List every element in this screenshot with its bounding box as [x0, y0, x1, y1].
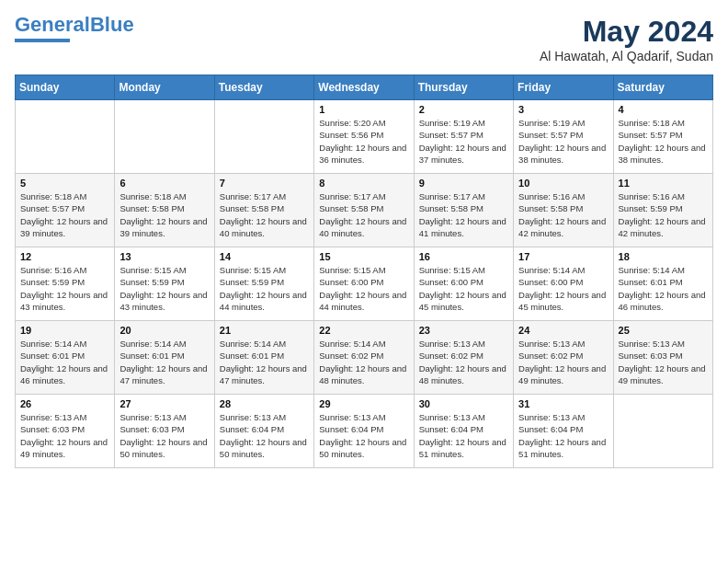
calendar-week-row: 1Sunrise: 5:20 AMSunset: 5:56 PMDaylight… — [16, 100, 713, 174]
weekday-header-friday: Friday — [514, 75, 613, 100]
day-number: 7 — [220, 178, 309, 189]
day-info: Sunrise: 5:14 AMSunset: 6:01 PMDaylight:… — [20, 338, 109, 386]
day-info: Sunrise: 5:20 AMSunset: 5:56 PMDaylight:… — [319, 117, 408, 166]
calendar-cell: 23Sunrise: 5:13 AMSunset: 6:02 PMDayligh… — [414, 321, 513, 395]
day-number: 22 — [319, 325, 408, 336]
calendar-table: SundayMondayTuesdayWednesdayThursdayFrid… — [15, 75, 713, 468]
calendar-cell — [115, 100, 214, 174]
day-number: 20 — [119, 325, 209, 336]
day-number: 1 — [319, 104, 408, 115]
calendar-cell: 29Sunrise: 5:13 AMSunset: 6:04 PMDayligh… — [314, 395, 414, 468]
day-number: 26 — [20, 398, 109, 409]
calendar-cell: 1Sunrise: 5:20 AMSunset: 5:56 PMDaylight… — [314, 100, 414, 174]
day-info: Sunrise: 5:14 AMSunset: 6:01 PMDaylight:… — [619, 264, 708, 313]
day-info: Sunrise: 5:18 AMSunset: 5:58 PMDaylight:… — [119, 190, 209, 239]
logo-bar — [15, 39, 70, 42]
calendar-cell: 24Sunrise: 5:13 AMSunset: 6:02 PMDayligh… — [514, 321, 613, 395]
day-info: Sunrise: 5:13 AMSunset: 6:04 PMDaylight:… — [220, 411, 309, 460]
day-info: Sunrise: 5:19 AMSunset: 5:57 PMDaylight:… — [518, 117, 608, 166]
day-info: Sunrise: 5:13 AMSunset: 6:04 PMDaylight:… — [419, 411, 508, 460]
calendar-cell: 6Sunrise: 5:18 AMSunset: 5:58 PMDaylight… — [115, 174, 214, 247]
day-info: Sunrise: 5:14 AMSunset: 6:02 PMDaylight:… — [319, 338, 408, 386]
calendar-cell: 21Sunrise: 5:14 AMSunset: 6:01 PMDayligh… — [214, 321, 313, 395]
logo-general: General — [15, 13, 90, 36]
day-number: 5 — [20, 178, 109, 189]
day-number: 24 — [518, 325, 608, 336]
calendar-cell: 3Sunrise: 5:19 AMSunset: 5:57 PMDaylight… — [514, 100, 613, 174]
logo-blue: Blue — [90, 13, 134, 36]
day-number: 18 — [619, 251, 708, 262]
day-info: Sunrise: 5:13 AMSunset: 6:02 PMDaylight:… — [518, 338, 608, 386]
calendar-cell: 10Sunrise: 5:16 AMSunset: 5:58 PMDayligh… — [514, 174, 613, 247]
calendar-cell: 22Sunrise: 5:14 AMSunset: 6:02 PMDayligh… — [314, 321, 414, 395]
day-info: Sunrise: 5:13 AMSunset: 6:04 PMDaylight:… — [518, 411, 608, 460]
day-info: Sunrise: 5:15 AMSunset: 5:59 PMDaylight:… — [220, 264, 309, 313]
day-number: 29 — [319, 398, 408, 409]
calendar-cell: 20Sunrise: 5:14 AMSunset: 6:01 PMDayligh… — [115, 321, 214, 395]
day-info: Sunrise: 5:15 AMSunset: 6:00 PMDaylight:… — [319, 264, 408, 313]
day-info: Sunrise: 5:18 AMSunset: 5:57 PMDaylight:… — [619, 117, 708, 166]
page-header: GeneralBlue May 2024 Al Hawatah, Al Qada… — [15, 15, 713, 63]
day-number: 14 — [220, 251, 309, 262]
day-number: 13 — [119, 251, 209, 262]
location-title: Al Hawatah, Al Qadarif, Sudan — [540, 49, 713, 63]
day-info: Sunrise: 5:14 AMSunset: 6:01 PMDaylight:… — [119, 338, 209, 386]
calendar-week-row: 26Sunrise: 5:13 AMSunset: 6:03 PMDayligh… — [16, 395, 713, 468]
calendar-cell: 18Sunrise: 5:14 AMSunset: 6:01 PMDayligh… — [613, 247, 712, 321]
calendar-cell — [613, 395, 712, 468]
day-number: 27 — [119, 398, 209, 409]
calendar-cell: 30Sunrise: 5:13 AMSunset: 6:04 PMDayligh… — [414, 395, 513, 468]
day-info: Sunrise: 5:13 AMSunset: 6:03 PMDaylight:… — [619, 338, 708, 386]
logo: GeneralBlue — [15, 15, 134, 42]
calendar-cell: 28Sunrise: 5:13 AMSunset: 6:04 PMDayligh… — [214, 395, 313, 468]
calendar-cell: 2Sunrise: 5:19 AMSunset: 5:57 PMDaylight… — [414, 100, 513, 174]
calendar-cell: 31Sunrise: 5:13 AMSunset: 6:04 PMDayligh… — [514, 395, 613, 468]
day-info: Sunrise: 5:15 AMSunset: 5:59 PMDaylight:… — [119, 264, 209, 313]
day-number: 11 — [619, 178, 708, 189]
day-number: 25 — [619, 325, 708, 336]
day-number: 4 — [619, 104, 708, 115]
day-number: 31 — [518, 398, 608, 409]
day-info: Sunrise: 5:19 AMSunset: 5:57 PMDaylight:… — [419, 117, 508, 166]
day-info: Sunrise: 5:16 AMSunset: 5:59 PMDaylight:… — [619, 190, 708, 239]
calendar-cell: 25Sunrise: 5:13 AMSunset: 6:03 PMDayligh… — [613, 321, 712, 395]
day-number: 23 — [419, 325, 508, 336]
calendar-cell: 12Sunrise: 5:16 AMSunset: 5:59 PMDayligh… — [16, 247, 115, 321]
day-info: Sunrise: 5:17 AMSunset: 5:58 PMDaylight:… — [319, 190, 408, 239]
day-info: Sunrise: 5:18 AMSunset: 5:57 PMDaylight:… — [20, 190, 109, 239]
day-number: 8 — [319, 178, 408, 189]
day-number: 17 — [518, 251, 608, 262]
calendar-cell: 27Sunrise: 5:13 AMSunset: 6:03 PMDayligh… — [115, 395, 214, 468]
calendar-cell: 7Sunrise: 5:17 AMSunset: 5:58 PMDaylight… — [214, 174, 313, 247]
day-number: 19 — [20, 325, 109, 336]
calendar-cell: 8Sunrise: 5:17 AMSunset: 5:58 PMDaylight… — [314, 174, 414, 247]
day-info: Sunrise: 5:13 AMSunset: 6:03 PMDaylight:… — [119, 411, 209, 460]
weekday-header-wednesday: Wednesday — [314, 75, 414, 100]
calendar-cell: 13Sunrise: 5:15 AMSunset: 5:59 PMDayligh… — [115, 247, 214, 321]
day-info: Sunrise: 5:13 AMSunset: 6:02 PMDaylight:… — [419, 338, 508, 386]
weekday-header-sunday: Sunday — [16, 75, 115, 100]
day-info: Sunrise: 5:17 AMSunset: 5:58 PMDaylight:… — [220, 190, 309, 239]
day-number: 10 — [518, 178, 608, 189]
calendar-cell — [214, 100, 313, 174]
day-info: Sunrise: 5:13 AMSunset: 6:03 PMDaylight:… — [20, 411, 109, 460]
day-number: 3 — [518, 104, 608, 115]
day-number: 30 — [419, 398, 508, 409]
weekday-header-saturday: Saturday — [613, 75, 712, 100]
day-number: 6 — [119, 178, 209, 189]
day-number: 21 — [220, 325, 309, 336]
weekday-header-row: SundayMondayTuesdayWednesdayThursdayFrid… — [16, 75, 713, 100]
day-number: 15 — [319, 251, 408, 262]
calendar-cell: 11Sunrise: 5:16 AMSunset: 5:59 PMDayligh… — [613, 174, 712, 247]
calendar-week-row: 19Sunrise: 5:14 AMSunset: 6:01 PMDayligh… — [16, 321, 713, 395]
calendar-cell — [16, 100, 115, 174]
calendar-cell: 19Sunrise: 5:14 AMSunset: 6:01 PMDayligh… — [16, 321, 115, 395]
weekday-header-monday: Monday — [115, 75, 214, 100]
weekday-header-tuesday: Tuesday — [214, 75, 313, 100]
day-info: Sunrise: 5:14 AMSunset: 6:01 PMDaylight:… — [220, 338, 309, 386]
calendar-cell: 4Sunrise: 5:18 AMSunset: 5:57 PMDaylight… — [613, 100, 712, 174]
day-info: Sunrise: 5:13 AMSunset: 6:04 PMDaylight:… — [319, 411, 408, 460]
calendar-cell: 14Sunrise: 5:15 AMSunset: 5:59 PMDayligh… — [214, 247, 313, 321]
day-info: Sunrise: 5:16 AMSunset: 5:59 PMDaylight:… — [20, 264, 109, 313]
day-number: 9 — [419, 178, 508, 189]
